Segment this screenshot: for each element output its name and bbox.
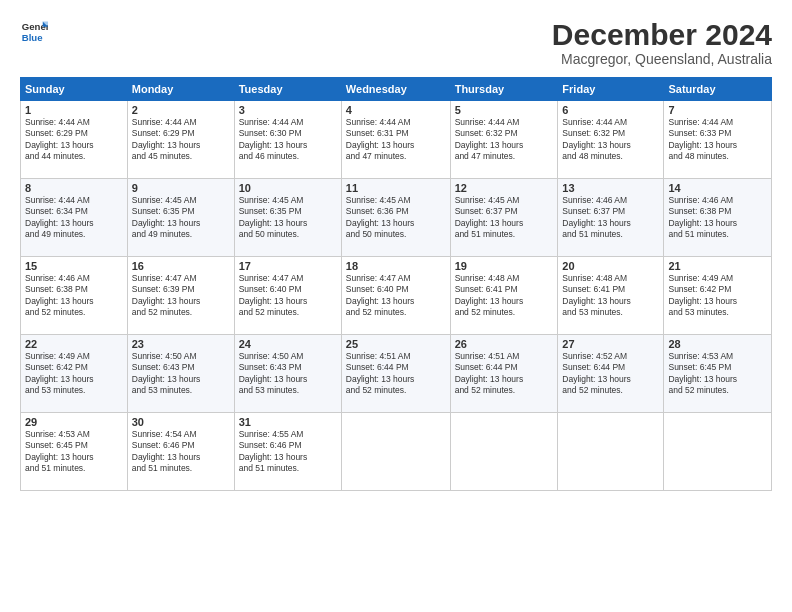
table-row: 9Sunrise: 4:45 AM Sunset: 6:35 PM Daylig… <box>127 179 234 257</box>
table-row: 13Sunrise: 4:46 AM Sunset: 6:37 PM Dayli… <box>558 179 664 257</box>
table-row: 28Sunrise: 4:53 AM Sunset: 6:45 PM Dayli… <box>664 335 772 413</box>
day-info: Sunrise: 4:47 AM Sunset: 6:40 PM Dayligh… <box>346 273 446 319</box>
col-sunday: Sunday <box>21 78 128 101</box>
day-info: Sunrise: 4:44 AM Sunset: 6:29 PM Dayligh… <box>132 117 230 163</box>
day-info: Sunrise: 4:44 AM Sunset: 6:32 PM Dayligh… <box>562 117 659 163</box>
day-number: 11 <box>346 182 446 194</box>
day-number: 26 <box>455 338 554 350</box>
table-row: 31Sunrise: 4:55 AM Sunset: 6:46 PM Dayli… <box>234 413 341 491</box>
table-row: 2Sunrise: 4:44 AM Sunset: 6:29 PM Daylig… <box>127 101 234 179</box>
table-row: 14Sunrise: 4:46 AM Sunset: 6:38 PM Dayli… <box>664 179 772 257</box>
day-number: 25 <box>346 338 446 350</box>
day-info: Sunrise: 4:44 AM Sunset: 6:31 PM Dayligh… <box>346 117 446 163</box>
day-number: 28 <box>668 338 767 350</box>
week-row-1: 1Sunrise: 4:44 AM Sunset: 6:29 PM Daylig… <box>21 101 772 179</box>
day-number: 3 <box>239 104 337 116</box>
day-number: 23 <box>132 338 230 350</box>
day-number: 31 <box>239 416 337 428</box>
calendar-table: Sunday Monday Tuesday Wednesday Thursday… <box>20 77 772 491</box>
day-number: 20 <box>562 260 659 272</box>
day-number: 14 <box>668 182 767 194</box>
day-number: 21 <box>668 260 767 272</box>
day-number: 8 <box>25 182 123 194</box>
table-row: 19Sunrise: 4:48 AM Sunset: 6:41 PM Dayli… <box>450 257 558 335</box>
day-number: 1 <box>25 104 123 116</box>
day-number: 2 <box>132 104 230 116</box>
day-info: Sunrise: 4:48 AM Sunset: 6:41 PM Dayligh… <box>455 273 554 319</box>
table-row: 20Sunrise: 4:48 AM Sunset: 6:41 PM Dayli… <box>558 257 664 335</box>
col-thursday: Thursday <box>450 78 558 101</box>
day-info: Sunrise: 4:44 AM Sunset: 6:34 PM Dayligh… <box>25 195 123 241</box>
table-row: 27Sunrise: 4:52 AM Sunset: 6:44 PM Dayli… <box>558 335 664 413</box>
table-row: 15Sunrise: 4:46 AM Sunset: 6:38 PM Dayli… <box>21 257 128 335</box>
header: General Blue December 2024 Macgregor, Qu… <box>20 18 772 67</box>
table-row: 12Sunrise: 4:45 AM Sunset: 6:37 PM Dayli… <box>450 179 558 257</box>
day-info: Sunrise: 4:45 AM Sunset: 6:36 PM Dayligh… <box>346 195 446 241</box>
day-number: 29 <box>25 416 123 428</box>
day-info: Sunrise: 4:47 AM Sunset: 6:39 PM Dayligh… <box>132 273 230 319</box>
day-info: Sunrise: 4:53 AM Sunset: 6:45 PM Dayligh… <box>25 429 123 475</box>
day-number: 27 <box>562 338 659 350</box>
week-row-4: 22Sunrise: 4:49 AM Sunset: 6:42 PM Dayli… <box>21 335 772 413</box>
day-info: Sunrise: 4:52 AM Sunset: 6:44 PM Dayligh… <box>562 351 659 397</box>
day-number: 18 <box>346 260 446 272</box>
day-number: 24 <box>239 338 337 350</box>
table-row: 22Sunrise: 4:49 AM Sunset: 6:42 PM Dayli… <box>21 335 128 413</box>
table-row: 8Sunrise: 4:44 AM Sunset: 6:34 PM Daylig… <box>21 179 128 257</box>
day-info: Sunrise: 4:46 AM Sunset: 6:37 PM Dayligh… <box>562 195 659 241</box>
day-info: Sunrise: 4:55 AM Sunset: 6:46 PM Dayligh… <box>239 429 337 475</box>
week-row-5: 29Sunrise: 4:53 AM Sunset: 6:45 PM Dayli… <box>21 413 772 491</box>
table-row: 26Sunrise: 4:51 AM Sunset: 6:44 PM Dayli… <box>450 335 558 413</box>
col-friday: Friday <box>558 78 664 101</box>
day-info: Sunrise: 4:51 AM Sunset: 6:44 PM Dayligh… <box>346 351 446 397</box>
day-info: Sunrise: 4:51 AM Sunset: 6:44 PM Dayligh… <box>455 351 554 397</box>
table-row: 3Sunrise: 4:44 AM Sunset: 6:30 PM Daylig… <box>234 101 341 179</box>
table-row: 25Sunrise: 4:51 AM Sunset: 6:44 PM Dayli… <box>341 335 450 413</box>
table-row: 29Sunrise: 4:53 AM Sunset: 6:45 PM Dayli… <box>21 413 128 491</box>
day-info: Sunrise: 4:47 AM Sunset: 6:40 PM Dayligh… <box>239 273 337 319</box>
col-monday: Monday <box>127 78 234 101</box>
day-number: 17 <box>239 260 337 272</box>
day-number: 12 <box>455 182 554 194</box>
day-number: 5 <box>455 104 554 116</box>
day-number: 19 <box>455 260 554 272</box>
day-number: 4 <box>346 104 446 116</box>
day-info: Sunrise: 4:53 AM Sunset: 6:45 PM Dayligh… <box>668 351 767 397</box>
table-row <box>450 413 558 491</box>
table-row: 6Sunrise: 4:44 AM Sunset: 6:32 PM Daylig… <box>558 101 664 179</box>
col-wednesday: Wednesday <box>341 78 450 101</box>
week-row-2: 8Sunrise: 4:44 AM Sunset: 6:34 PM Daylig… <box>21 179 772 257</box>
table-row: 11Sunrise: 4:45 AM Sunset: 6:36 PM Dayli… <box>341 179 450 257</box>
day-info: Sunrise: 4:46 AM Sunset: 6:38 PM Dayligh… <box>668 195 767 241</box>
page: General Blue December 2024 Macgregor, Qu… <box>0 0 792 612</box>
table-row: 17Sunrise: 4:47 AM Sunset: 6:40 PM Dayli… <box>234 257 341 335</box>
table-row: 1Sunrise: 4:44 AM Sunset: 6:29 PM Daylig… <box>21 101 128 179</box>
table-row: 16Sunrise: 4:47 AM Sunset: 6:39 PM Dayli… <box>127 257 234 335</box>
day-number: 10 <box>239 182 337 194</box>
day-info: Sunrise: 4:44 AM Sunset: 6:30 PM Dayligh… <box>239 117 337 163</box>
subtitle: Macgregor, Queensland, Australia <box>552 51 772 67</box>
day-info: Sunrise: 4:44 AM Sunset: 6:33 PM Dayligh… <box>668 117 767 163</box>
day-info: Sunrise: 4:49 AM Sunset: 6:42 PM Dayligh… <box>25 351 123 397</box>
day-info: Sunrise: 4:54 AM Sunset: 6:46 PM Dayligh… <box>132 429 230 475</box>
table-row <box>558 413 664 491</box>
logo: General Blue <box>20 18 48 46</box>
day-number: 16 <box>132 260 230 272</box>
header-row: Sunday Monday Tuesday Wednesday Thursday… <box>21 78 772 101</box>
table-row <box>341 413 450 491</box>
col-saturday: Saturday <box>664 78 772 101</box>
day-info: Sunrise: 4:45 AM Sunset: 6:35 PM Dayligh… <box>239 195 337 241</box>
day-number: 7 <box>668 104 767 116</box>
day-info: Sunrise: 4:50 AM Sunset: 6:43 PM Dayligh… <box>132 351 230 397</box>
day-info: Sunrise: 4:46 AM Sunset: 6:38 PM Dayligh… <box>25 273 123 319</box>
table-row <box>664 413 772 491</box>
table-row: 10Sunrise: 4:45 AM Sunset: 6:35 PM Dayli… <box>234 179 341 257</box>
main-title: December 2024 <box>552 18 772 51</box>
day-info: Sunrise: 4:49 AM Sunset: 6:42 PM Dayligh… <box>668 273 767 319</box>
day-number: 13 <box>562 182 659 194</box>
logo-icon: General Blue <box>20 18 48 46</box>
day-info: Sunrise: 4:45 AM Sunset: 6:35 PM Dayligh… <box>132 195 230 241</box>
week-row-3: 15Sunrise: 4:46 AM Sunset: 6:38 PM Dayli… <box>21 257 772 335</box>
day-number: 22 <box>25 338 123 350</box>
day-info: Sunrise: 4:44 AM Sunset: 6:29 PM Dayligh… <box>25 117 123 163</box>
